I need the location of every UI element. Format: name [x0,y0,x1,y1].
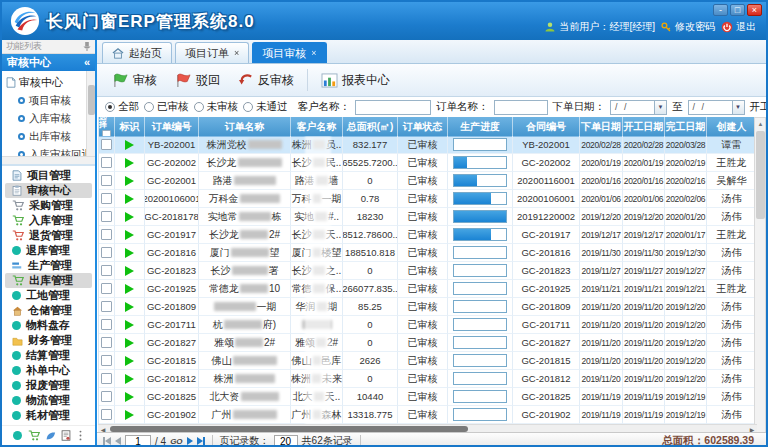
table-row[interactable]: GC-201902广州广州森林13318.775已审核GC-2019022019… [99,406,757,424]
cart-green-icon[interactable] [28,430,40,441]
反审核-button[interactable]: 反审核 [231,69,301,92]
tab-项目订单[interactable]: 项目订单× [175,42,249,63]
close-button[interactable]: × [747,4,762,16]
sidebar-item-报废管理[interactable]: 报废管理 [5,378,92,393]
row-checkbox[interactable] [101,355,112,366]
tree-vertical-scrollbar[interactable] [86,71,95,159]
row-checkbox[interactable] [101,409,112,420]
sidebar-item-物流管理[interactable]: 物流管理 [5,393,92,408]
change-password-link[interactable]: 修改密码 [661,20,715,34]
chevron-down-icon[interactable]: ▼ [732,100,745,115]
column-header-合同编号[interactable]: 合同编号 [513,117,580,136]
驳回-button[interactable]: 驳回 [168,69,227,92]
table-row[interactable]: GC-202002长沙龙长沙民..65525.7200..已审核GC-20200… [99,154,757,172]
grid-vertical-scrollbar[interactable]: ▲ ▼ [754,117,766,445]
order-date-to-input[interactable]: / / [688,100,732,115]
logout-link[interactable]: 退出 [721,20,756,34]
radio-未通过[interactable]: 未通过 [243,100,293,114]
book-icon[interactable] [61,430,71,441]
table-row[interactable]: GC-2018178实地常栋实地#..18230已审核2019122000220… [99,208,757,226]
sidebar-item-生产管理[interactable]: 生产管理 [5,258,92,273]
报表中心-button[interactable]: 报表中心 [314,69,397,92]
column-header-标识[interactable]: 标识 [115,117,145,136]
row-checkbox[interactable] [101,265,112,276]
row-checkbox[interactable] [101,193,112,204]
sidebar-item-出库管理[interactable]: 出库管理 [5,273,92,288]
radio-已审核[interactable]: 已审核 [144,100,194,114]
column-header-下单日期[interactable]: 下单日期 [580,117,623,136]
tree-item-项目审核[interactable]: 项目审核 [2,92,95,110]
row-checkbox[interactable] [101,301,112,312]
sidebar-item-入库管理[interactable]: 入库管理 [5,213,92,228]
tab-起始页[interactable]: 起始页 [102,42,172,63]
table-row[interactable]: GC-201925常德龙10常德保..266077.835..已审核GC-201… [99,280,757,298]
go-button[interactable]: GO [170,437,182,446]
row-checkbox[interactable] [101,211,112,222]
more-icon[interactable] [77,430,84,441]
next-page-button[interactable] [187,437,193,445]
tab-close-icon[interactable]: × [311,49,316,58]
tab-项目审核[interactable]: 项目审核× [252,42,326,63]
maximize-button[interactable]: □ [730,4,745,16]
sidebar-item-审核中心[interactable]: 审核中心 [5,183,92,198]
first-page-button[interactable] [103,437,111,445]
sidebar-item-退库管理[interactable]: 退库管理 [5,243,92,258]
column-header-创建人[interactable]: 创建人 [707,117,757,136]
vertical-scroll-thumb[interactable] [756,131,765,219]
order-name-input[interactable] [494,100,548,115]
column-header-客户名称[interactable]: 客户名称 [291,117,343,136]
审核-button[interactable]: 审核 [105,69,164,92]
table-row[interactable]: GC-201917长沙龙2#长沙天..8512.78600..已审核GC-201… [99,226,757,244]
table-row[interactable]: GC-201816厦门望厦门楼望188510.818已审核GC-20181620… [99,244,757,262]
leaf-icon[interactable] [45,431,56,441]
table-row[interactable]: GC-201827雅颂2#雅颂2#0已审核GC-2018272019/11/20… [99,334,757,352]
sidebar-group-header[interactable]: 审核中心 « [2,54,95,71]
radio-全部[interactable]: 全部 [105,100,144,114]
sidebar-item-工地管理[interactable]: 工地管理 [5,288,92,303]
page-number-input[interactable] [125,435,151,446]
row-checkbox[interactable] [101,319,112,330]
table-row[interactable]: GC-201815佛山佛山邑库2626已审核GC-2018152019/11/2… [99,352,757,370]
last-page-button[interactable] [197,437,205,445]
previous-page-button[interactable] [115,437,121,445]
row-checkbox[interactable] [101,373,112,384]
sidebar-item-财务管理[interactable]: 财务管理 [5,333,92,348]
pin-icon[interactable] [83,42,91,51]
row-checkbox[interactable] [101,175,112,186]
sidebar-item-结算管理[interactable]: 结算管理 [5,348,92,363]
radio-未审核[interactable]: 未审核 [194,100,244,114]
column-header-开工日期[interactable]: 开工日期 [623,117,665,136]
row-checkbox[interactable] [101,247,112,258]
sidebar-item-退货管理[interactable]: 退货管理 [5,228,92,243]
table-row[interactable]: GC-201825北大资北大天..10440已审核GC-2018252019/1… [99,388,757,406]
row-checkbox[interactable] [101,139,112,150]
sidebar-item-补单中心[interactable]: 补单中心 [5,363,92,378]
collapse-icon[interactable]: « [84,56,90,68]
sidebar-item-耗材管理[interactable]: 耗材管理 [5,408,92,423]
minimize-button[interactable]: - [713,4,728,16]
row-checkbox[interactable] [101,391,112,402]
table-row[interactable]: GC-201711杭府)0已审核GC-2017112019/11/202019/… [99,316,757,334]
column-header-完工日期[interactable]: 完工日期 [665,117,707,136]
row-checkbox[interactable] [101,157,112,168]
sidebar-item-物料盘存[interactable]: 物料盘存 [5,318,92,333]
tree-root-node[interactable]: 审核中心 [2,71,95,92]
column-header-总面积(㎡)[interactable]: 总面积(㎡) [343,117,398,136]
table-row[interactable]: 20200106001万科金万科一期0.78已审核202001060012020… [99,190,757,208]
tree-item-入库审核[interactable]: 入库审核 [2,110,95,128]
tab-close-icon[interactable]: × [234,49,239,58]
tree-item-出库审核[interactable]: 出库审核 [2,128,95,146]
sidebar-item-采购管理[interactable]: 采购管理 [5,198,92,213]
row-checkbox[interactable] [101,283,112,294]
page-size-input[interactable] [274,435,298,446]
sidebar-item-项目管理[interactable]: 项目管理 [5,168,92,183]
sidebar-item-仓储管理[interactable]: 仓储管理 [5,303,92,318]
column-header-生产进度[interactable]: 生产进度 [448,117,513,136]
row-checkbox[interactable] [101,337,112,348]
grid-horizontal-scrollbar[interactable]: ◀ ▶ [98,424,757,432]
column-header-订单编号[interactable]: 订单编号 [145,117,199,136]
table-row[interactable]: GC-201823长沙署长沙之..0已审核GC-2018232019/11/27… [99,262,757,280]
tree-horizontal-scrollbar[interactable] [2,156,95,164]
column-header-订单状态[interactable]: 订单状态 [398,117,448,136]
customer-name-input[interactable] [355,100,431,115]
